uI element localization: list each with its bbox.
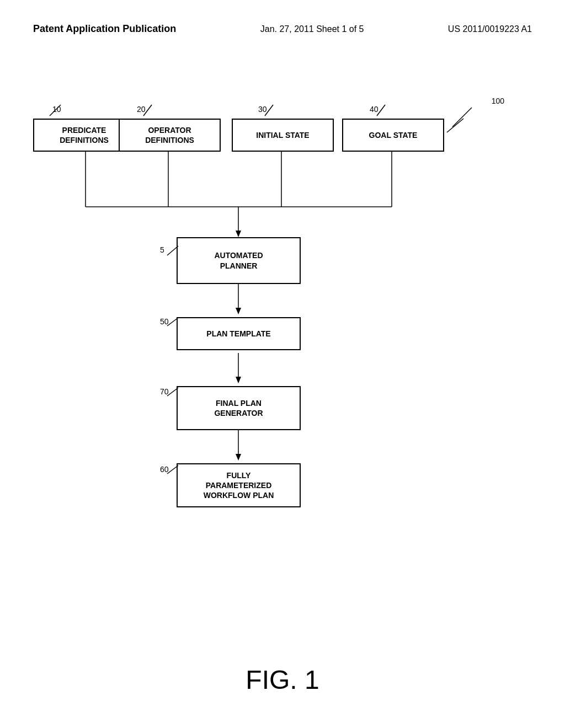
header: Patent Application Publication Jan. 27, … [0,0,565,36]
svg-line-20 [167,318,178,326]
header-publication: Patent Application Publication [33,22,176,36]
svg-line-19 [167,246,178,255]
ref-5: 5 [160,245,164,254]
header-patent-number: US 2011/0019223 A1 [448,22,532,36]
svg-marker-11 [236,377,241,383]
ref-100: 100 [492,97,504,105]
ref-5-arrow [164,244,184,261]
box-plan-template: PLAN TEMPLATE [177,317,301,350]
svg-line-15 [50,105,61,116]
ref-50-arrow [164,316,184,333]
figure-label: FIG. 1 [246,665,319,695]
ref-30-arrow [262,102,284,121]
header-date-sheet: Jan. 27, 2011 Sheet 1 of 5 [260,22,364,36]
box-operator: OPERATOR DEFINITIONS [119,119,221,152]
svg-line-17 [265,105,273,116]
svg-line-22 [167,465,178,474]
box-initial-state: INITIAL STATE [232,119,334,152]
ref-60-arrow [164,464,184,480]
svg-line-18 [377,105,385,116]
page: Patent Application Publication Jan. 27, … [0,0,565,728]
box-goal-state: GOAL STATE [342,119,444,152]
svg-line-0 [447,119,463,132]
svg-line-21 [167,388,178,396]
ref-10-arrow [44,102,66,121]
box-automated-planner: AUTOMATED PLANNER [177,237,301,284]
diagram: 100 10 PREDICATE DEFINITIONS 20 OPERATOR… [0,88,565,667]
arrows-svg [0,88,565,667]
box-workflow-plan: FULLY PARAMETERIZED WORKFLOW PLAN [177,463,301,507]
ref-40-arrow [374,102,396,121]
ref-20-arrow [141,102,163,121]
svg-marker-7 [236,231,241,237]
svg-line-14 [452,108,472,127]
svg-marker-9 [236,308,241,314]
svg-marker-13 [236,454,241,461]
svg-line-16 [143,105,152,116]
ref-70-arrow [164,386,184,403]
box-final-plan-generator: FINAL PLAN GENERATOR [177,386,301,430]
